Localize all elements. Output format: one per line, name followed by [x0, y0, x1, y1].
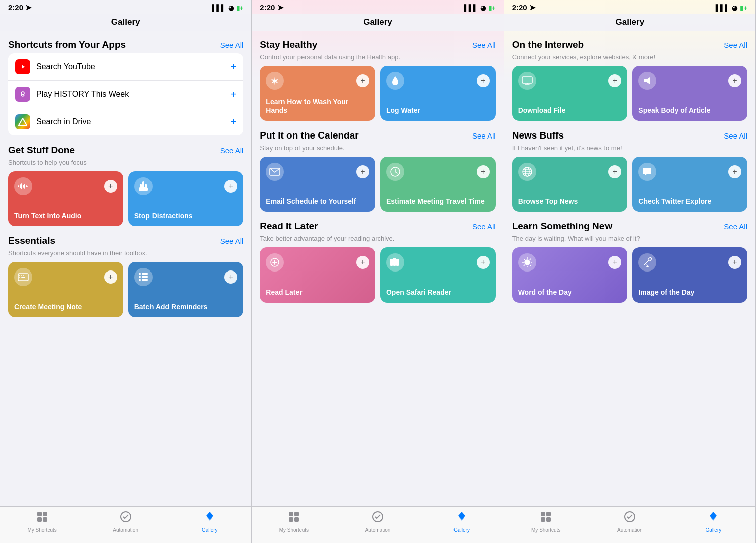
status-icons-1: ▌▌▌ ◕ ▮+	[212, 4, 243, 12]
wash-hands-label: Learn How to Wash Your Hands	[266, 98, 369, 115]
card-meeting-travel[interactable]: + Estimate Meeting Travel Time	[380, 157, 496, 212]
status-bar-2: 2:20 ➤ ▌▌▌ ◕ ▮+	[252, 0, 503, 14]
add-word-of-day[interactable]: +	[608, 256, 621, 269]
svg-point-53	[525, 260, 530, 265]
svg-rect-29	[43, 517, 47, 522]
tab-bar-3: My Shortcuts Automation Gallery	[504, 506, 755, 543]
add-stop-distractions[interactable]: +	[224, 180, 237, 193]
card-stop-distractions[interactable]: + Stop Distractions	[128, 171, 244, 226]
add-download-file[interactable]: +	[608, 74, 621, 87]
svg-point-64	[648, 257, 652, 262]
news-buffs-see-all[interactable]: See All	[724, 131, 747, 140]
get-stuff-see-all[interactable]: See All	[220, 146, 244, 155]
card-header: +	[386, 253, 490, 272]
card-header: +	[266, 72, 369, 90]
read-later-cards: + Read Later + Open Safari Reader	[260, 247, 495, 303]
add-batch-reminders[interactable]: +	[224, 270, 237, 284]
stay-healthy-see-all[interactable]: See All	[472, 41, 496, 49]
tab-my-shortcuts-1[interactable]: My Shortcuts	[0, 511, 84, 533]
interweb-see-all[interactable]: See All	[724, 41, 747, 49]
twitter-explore-label: Check Twitter Explore	[638, 197, 741, 206]
add-wash-hands[interactable]: +	[356, 74, 369, 87]
add-email-schedule[interactable]: +	[356, 165, 369, 178]
news-buffs-sub: If I haven't seen it yet, it's news to m…	[512, 144, 747, 152]
card-download-file[interactable]: + Download File	[512, 66, 628, 121]
add-podcast-shortcut[interactable]: +	[231, 89, 237, 100]
add-log-water[interactable]: +	[477, 74, 490, 87]
svg-rect-3	[18, 185, 19, 187]
svg-line-63	[645, 260, 649, 264]
battery-icon-2: ▮+	[488, 4, 496, 12]
add-read-later[interactable]: +	[356, 256, 369, 269]
nav-title-1: Gallery	[111, 17, 140, 27]
add-meeting-travel[interactable]: +	[477, 165, 490, 178]
scroll-content-2[interactable]: Stay Healthy See All Control your person…	[252, 31, 503, 506]
list-item[interactable]: Play HISTORY This Week +	[8, 81, 243, 108]
card-email-schedule[interactable]: + Email Schedule to Yourself	[260, 157, 375, 212]
tab-gallery-1[interactable]: Gallery	[168, 511, 251, 533]
card-meeting-note[interactable]: + Create Meeting Note	[8, 262, 123, 317]
nav-bar-1: Gallery	[0, 14, 251, 31]
apps-see-all[interactable]: See All	[220, 41, 244, 49]
learn-something-see-all[interactable]: See All	[724, 222, 747, 231]
card-log-water[interactable]: + Log Water	[380, 66, 496, 121]
calendar-sub: Stay on top of your schedule.	[260, 144, 495, 152]
scroll-content-1[interactable]: Shortcuts from Your Apps See All Search …	[0, 31, 251, 506]
add-safari-reader[interactable]: +	[477, 256, 490, 269]
card-batch-reminders[interactable]: + Batch Add Reminders	[128, 262, 244, 317]
status-icons-3: ▌▌▌ ◕ ▮+	[716, 4, 747, 12]
calendar-cards: + Email Schedule to Yourself + Estimate …	[260, 157, 495, 212]
automation-icon-3	[624, 511, 636, 526]
essentials-see-all[interactable]: See All	[220, 237, 244, 245]
card-twitter-explore[interactable]: + Check Twitter Explore	[632, 157, 747, 212]
learn-something-header: Learn Something New See All	[512, 221, 747, 232]
calendar-see-all[interactable]: See All	[472, 131, 496, 140]
tab-automation-2[interactable]: Automation	[336, 511, 419, 533]
card-header: +	[638, 253, 741, 272]
add-youtube-shortcut[interactable]: +	[231, 61, 237, 73]
svg-marker-47	[644, 77, 650, 84]
add-speak-body[interactable]: +	[728, 74, 741, 87]
sparkles-icon	[266, 72, 284, 90]
card-turn-text[interactable]: + Turn Text Into Audio	[8, 171, 123, 226]
chat-icon	[638, 163, 656, 181]
card-wash-hands[interactable]: + Learn How to Wash Your Hands	[260, 66, 375, 121]
tab-gallery-3[interactable]: Gallery	[672, 511, 755, 533]
stay-healthy-cards: + Learn How to Wash Your Hands + Log Wat…	[260, 66, 495, 121]
scroll-content-3[interactable]: On the Interweb See All Connect your ser…	[504, 31, 755, 506]
add-meeting-note[interactable]: +	[104, 270, 117, 284]
tab-automation-3[interactable]: Automation	[588, 511, 672, 533]
add-twitter-explore[interactable]: +	[728, 165, 741, 178]
svg-rect-36	[390, 259, 393, 266]
add-turn-text[interactable]: +	[104, 180, 117, 193]
read-later-see-all[interactable]: See All	[472, 222, 496, 231]
card-image-of-day[interactable]: + Image of the Day	[632, 247, 747, 303]
add-browse-news[interactable]: +	[608, 165, 621, 178]
nav-title-2: Gallery	[363, 17, 392, 27]
card-speak-body[interactable]: + Speak Body of Article	[632, 66, 747, 121]
list-item[interactable]: Search in Drive +	[8, 108, 243, 135]
card-header: +	[14, 268, 117, 286]
add-image-of-day[interactable]: +	[728, 256, 741, 269]
tab-my-shortcuts-2[interactable]: My Shortcuts	[252, 511, 336, 533]
time-3: 2:20 ➤	[512, 3, 536, 12]
turn-text-label: Turn Text Into Audio	[14, 212, 117, 220]
add-drive-shortcut[interactable]: +	[231, 116, 237, 128]
automation-icon-2	[372, 511, 384, 526]
svg-rect-7	[24, 184, 25, 189]
signal-icon-2: ▌▌▌	[464, 4, 478, 12]
card-browse-news[interactable]: + Browse Top News	[512, 157, 628, 212]
svg-rect-9	[27, 186, 28, 187]
list-item[interactable]: Search YouTube +	[8, 53, 243, 81]
tab-automation-1[interactable]: Automation	[84, 511, 168, 533]
tab-bar-1: My Shortcuts Automation Gallery	[0, 506, 251, 543]
card-safari-reader[interactable]: + Open Safari Reader	[380, 247, 496, 303]
tab-gallery-2[interactable]: Gallery	[420, 511, 504, 533]
books-icon	[386, 253, 404, 272]
my-shortcuts-icon-3	[540, 511, 552, 526]
card-read-later[interactable]: + Read Later	[260, 247, 375, 303]
gallery-icon-3	[707, 511, 720, 526]
tab-my-shortcuts-3[interactable]: My Shortcuts	[504, 511, 588, 533]
read-later-label: Read Later	[266, 288, 369, 297]
card-word-of-day[interactable]: + Word of the Day	[512, 247, 628, 303]
